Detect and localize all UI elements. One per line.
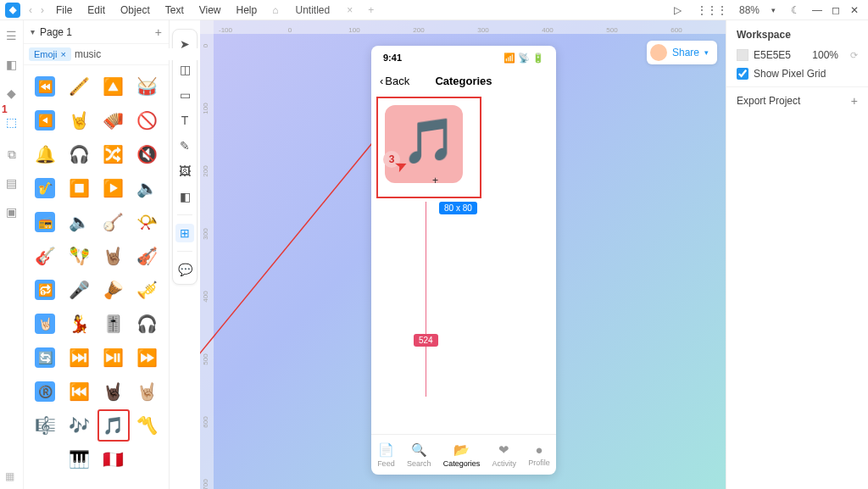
minimize-button[interactable]: — <box>809 4 826 16</box>
app-logo[interactable]: ◆ <box>5 3 20 18</box>
emoji-cell[interactable]: 🎻 <box>131 240 164 272</box>
styles-rail-icon[interactable]: ◆ <box>3 85 20 102</box>
emoji-cell[interactable]: 🥁 <box>131 70 164 103</box>
pixel-grid-checkbox[interactable] <box>737 68 748 80</box>
emoji-cell[interactable]: 🔇 <box>131 138 164 170</box>
share-button[interactable]: Share <box>672 47 699 58</box>
filter-chip-clear-icon[interactable]: × <box>61 49 66 59</box>
phone-tab[interactable]: 🔍Search <box>407 442 431 468</box>
emoji-cell[interactable]: 🎧 <box>63 138 95 170</box>
music-note-emoji[interactable]: 🎵 <box>402 115 457 167</box>
emoji-cell[interactable]: 🤘🏽 <box>97 240 130 272</box>
home-icon[interactable]: ⌂ <box>265 4 285 16</box>
menu-view[interactable]: View <box>192 4 228 16</box>
menu-object[interactable]: Object <box>114 4 157 16</box>
emoji-cell[interactable]: 🚫 <box>131 104 164 136</box>
emoji-cell[interactable]: 🤘🏼 <box>131 375 164 408</box>
inspect-rail-icon[interactable]: ▣ <box>3 203 20 220</box>
tab-close-icon[interactable]: × <box>340 4 359 16</box>
emoji-cell[interactable]: 💃 <box>63 308 95 340</box>
crop-tool[interactable]: ◧ <box>175 187 194 206</box>
play-icon[interactable]: ▷ <box>667 4 688 16</box>
components-tool[interactable]: ⊞ <box>175 224 194 242</box>
emoji-cell[interactable]: 🪕 <box>97 206 130 238</box>
color-refresh-icon[interactable]: ⟳ <box>850 50 858 61</box>
emoji-cell[interactable]: ▶️ <box>97 172 130 204</box>
emoji-cell[interactable]: 🔼 <box>97 70 130 103</box>
menu-help[interactable]: Help <box>230 4 264 16</box>
emoji-cell[interactable]: 🔈 <box>63 206 95 238</box>
emoji-cell[interactable]: ⏪ <box>29 70 61 103</box>
emoji-cell[interactable]: 🎸 <box>29 240 61 272</box>
emoji-cell[interactable]: 🪗 <box>97 104 130 136</box>
zoom-level[interactable]: 88% <box>736 4 763 16</box>
emoji-cell[interactable]: 🎹 <box>63 443 95 475</box>
emoji-cell[interactable]: 🔔 <box>29 138 61 170</box>
emoji-cell[interactable]: 🎷 <box>29 172 61 204</box>
emoji-cell[interactable]: 🎼 <box>29 409 61 442</box>
emoji-cell[interactable]: 🎚️ <box>97 308 130 340</box>
components-icon[interactable]: ⋮⋮⋮ <box>690 4 734 16</box>
export-add-icon[interactable]: + <box>851 94 858 108</box>
menu-edit[interactable]: Edit <box>81 4 112 16</box>
emoji-cell[interactable]: 🎤 <box>63 274 95 306</box>
artboard-phone[interactable]: 9:41 📶 📡 🔋 ‹ Back Categories 🎵 3 <box>371 46 556 475</box>
filter-chip-emoji[interactable]: Emoji × <box>29 47 71 61</box>
nav-back-icon[interactable]: ‹ <box>25 4 36 16</box>
emoji-cell[interactable]: 🎧 <box>131 308 164 340</box>
phone-tab[interactable]: ❤Activity <box>492 442 517 468</box>
emoji-cell[interactable]: 🔀 <box>97 138 130 170</box>
canvas[interactable]: -1000100200300400500600700 0100200300400… <box>200 20 726 489</box>
workspace-color-row[interactable]: E5E5E5 100% ⟳ <box>737 49 858 61</box>
emoji-cell[interactable]: ⏹️ <box>63 172 95 204</box>
emoji-cell[interactable]: 〽️ <box>131 409 164 442</box>
emoji-cell[interactable] <box>29 443 61 475</box>
add-page-icon[interactable]: + <box>155 25 162 39</box>
icons-rail-icon[interactable]: ⬚ <box>3 114 20 131</box>
emoji-cell[interactable]: ⏭️ <box>63 342 95 374</box>
nav-fwd-icon[interactable]: › <box>37 4 47 16</box>
phone-tab[interactable]: 📂Categories <box>443 442 481 468</box>
emoji-cell[interactable]: ⏮️ <box>63 375 95 408</box>
phone-tab[interactable]: ●Profile <box>528 442 550 467</box>
close-window-button[interactable]: ✕ <box>846 4 863 16</box>
emoji-cell[interactable]: 📯 <box>131 206 164 238</box>
emoji-cell[interactable]: ®️ <box>29 375 61 408</box>
plugins-rail-icon[interactable]: ⧉ <box>3 146 20 163</box>
comment-tool[interactable]: 💬 <box>175 260 194 279</box>
export-section[interactable]: Export Project + <box>737 94 858 108</box>
share-chevron-icon[interactable]: ▾ <box>704 48 709 57</box>
color-swatch[interactable] <box>737 49 748 61</box>
emoji-cell[interactable]: 🪘 <box>97 274 130 306</box>
emoji-cell[interactable]: 🎺 <box>131 274 164 306</box>
emoji-cell[interactable]: ⏯️ <box>97 342 130 374</box>
menu-text[interactable]: Text <box>159 4 191 16</box>
theme-icon[interactable]: ☾ <box>784 4 807 16</box>
document-tab[interactable]: Untitled <box>287 4 338 16</box>
page-selector[interactable]: ▾ Page 1 + <box>24 20 169 44</box>
new-tab-icon[interactable]: + <box>361 4 381 16</box>
emoji-cell[interactable]: 🤘 <box>63 104 95 136</box>
text-tool[interactable]: T <box>175 111 194 130</box>
user-avatar[interactable] <box>650 44 667 61</box>
color-hex[interactable]: E5E5E5 <box>754 49 791 61</box>
comments-rail-icon[interactable]: ▤ <box>3 175 20 192</box>
emoji-cell[interactable]: 🎵 <box>97 409 130 442</box>
emoji-cell[interactable]: 📻 <box>29 206 61 238</box>
emoji-cell[interactable] <box>131 443 164 475</box>
emoji-cell[interactable]: 🔈 <box>131 172 164 204</box>
frame-tool[interactable]: ◫ <box>175 60 194 79</box>
phone-tab[interactable]: 📄Feed <box>377 442 395 468</box>
maximize-button[interactable]: ◻ <box>827 4 844 16</box>
emoji-cell[interactable]: 🎶 <box>63 409 95 442</box>
emoji-cell[interactable]: 🪇 <box>63 240 95 272</box>
emoji-cell[interactable]: 🤘🏻 <box>29 308 61 340</box>
color-opacity[interactable]: 100% <box>812 49 838 61</box>
image-tool[interactable]: 🖼 <box>175 162 194 181</box>
ruler-toggle-icon[interactable]: ▦ <box>5 470 14 482</box>
emoji-cell[interactable]: 🔂 <box>29 274 61 306</box>
layers-rail-icon[interactable]: ☰ <box>3 27 20 44</box>
assets-rail-icon[interactable]: ◧ <box>3 56 20 73</box>
pixel-grid-row[interactable]: Show Pixel Grid <box>737 68 858 80</box>
menu-file[interactable]: File <box>49 4 79 16</box>
